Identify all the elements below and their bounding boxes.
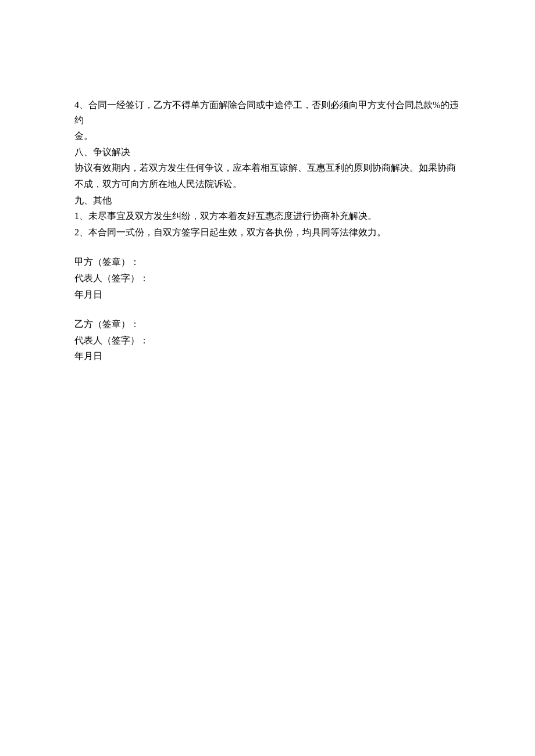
signature-line-representative: 代表人（签字）： [74,271,461,286]
empty-line [74,241,461,255]
section-heading: 八、争议解决 [74,145,461,160]
text-line: 1、未尽事宜及双方发生纠纷，双方本着友好互惠态度进行协商补充解决。 [74,209,461,224]
document-body: 4、合同一经签订，乙方不得单方面解除合同或中途停工，否则必须向甲方支付合同总款%… [74,98,461,364]
signature-line-party-a: 甲方（签章）： [74,255,461,270]
text-line: 金。 [74,128,461,144]
date-line: 年月日 [74,349,461,364]
section-heading: 九、其他 [74,193,461,208]
text-line: 2、本合同一式份，自双方签字日起生效，双方各执份，均具同等法律效力。 [74,225,461,240]
signature-line-representative: 代表人（签字）： [74,333,461,348]
signature-line-party-b: 乙方（签章）： [74,317,461,332]
text-line: 4、合同一经签订，乙方不得单方面解除合同或中途停工，否则必须向甲方支付合同总款%… [74,98,461,127]
text-line: 协议有效期内，若双方发生任何争议，应本着相互谅解、互惠互利的原则协商解决。如果协… [74,160,461,175]
date-line: 年月日 [74,287,461,302]
empty-line [74,303,461,317]
text-line: 不成，双方可向方所在地人民法院诉讼。 [74,177,461,192]
